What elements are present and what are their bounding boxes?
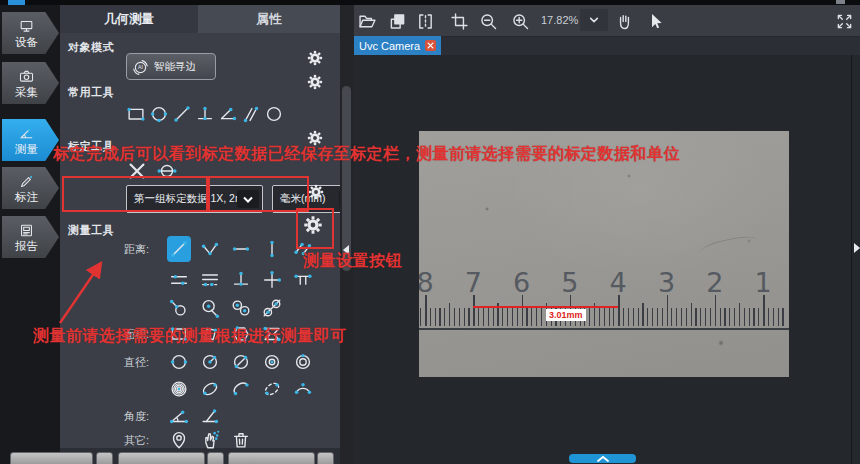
split-view-button[interactable] xyxy=(413,9,437,33)
sidebar-item-label: 设备 xyxy=(15,36,38,48)
layers-icon xyxy=(387,11,408,32)
cross-lines-icon xyxy=(261,269,283,291)
zoom-out-button[interactable] xyxy=(476,9,500,33)
zoom-level-dropdown-button[interactable] xyxy=(580,9,608,31)
tool-perp-foot-button[interactable] xyxy=(229,267,253,293)
tool-angle-button[interactable] xyxy=(218,101,238,127)
ruler-tick xyxy=(729,308,730,326)
ruler-tick xyxy=(478,308,479,326)
ruler-tick xyxy=(691,303,692,326)
tab-properties[interactable]: 属性 xyxy=(198,5,340,33)
tool-concentric-2-button[interactable] xyxy=(260,349,284,375)
measurement-line xyxy=(473,306,618,308)
measure-tool-row xyxy=(124,267,315,293)
ruler-tick xyxy=(526,308,527,326)
open-file-button[interactable] xyxy=(355,9,379,33)
measure-tools-title: 测量工具 xyxy=(68,223,114,238)
ruler-tick xyxy=(773,308,774,326)
bottom-bar-button-3[interactable] xyxy=(118,452,205,464)
bottom-bar-button-4[interactable] xyxy=(207,452,224,464)
calibration-dataset-dropdown[interactable]: 第一组标定数据,1X, 2mm xyxy=(126,185,263,213)
sidebar-item-report[interactable]: 报告 xyxy=(2,216,59,258)
tool-cross-lines-button[interactable] xyxy=(260,267,284,293)
tool-locate-pin-button[interactable] xyxy=(167,427,191,453)
sidebar-item-annotate[interactable]: 标注 xyxy=(2,167,59,209)
tool-h-line-button[interactable] xyxy=(229,236,253,262)
measure-tools-settings-gear-icon[interactable] xyxy=(302,214,324,236)
object-mode-settings-gear-icon[interactable] xyxy=(306,49,324,67)
camera-icon xyxy=(18,68,35,85)
ruler-number: 2 xyxy=(700,267,730,298)
concentric-dot-icon xyxy=(292,351,314,373)
tool-rect-button[interactable] xyxy=(126,101,146,127)
sidebar-item-label: 测量 xyxy=(15,143,38,155)
panel-collapse-handle[interactable] xyxy=(342,86,351,271)
sidebar-item-measure[interactable]: 测量 xyxy=(2,119,59,161)
chevron-down-icon[interactable] xyxy=(237,190,259,208)
two-circles-line-icon xyxy=(261,297,283,319)
ruler-tick xyxy=(512,308,513,326)
close-tab-icon[interactable] xyxy=(425,40,436,51)
layers-button[interactable] xyxy=(385,9,409,33)
ruler-tick xyxy=(459,308,460,326)
report-icon xyxy=(18,222,35,239)
tool-circle-button[interactable] xyxy=(264,101,284,127)
measure-tool-row xyxy=(124,376,315,402)
tool-concentric-dot-button[interactable] xyxy=(291,349,315,375)
sidebar-item-device[interactable]: 设备 xyxy=(2,12,59,54)
ruler-tick xyxy=(425,295,427,326)
tool-trash-button[interactable] xyxy=(229,427,253,453)
ruler-tick xyxy=(493,308,494,326)
tool-arc-button[interactable] xyxy=(291,376,315,402)
tool-ellipse-dashed-button[interactable] xyxy=(260,376,284,402)
tool-circle-diameter-button[interactable] xyxy=(229,349,253,375)
tool-circle-tangent-button[interactable] xyxy=(167,295,191,321)
tool-ellipse-arc-button[interactable] xyxy=(229,376,253,402)
tool-parallel-button[interactable] xyxy=(241,101,261,127)
ruler-tick xyxy=(710,308,711,326)
tool-angle-vertex-button[interactable] xyxy=(198,403,222,429)
crop-button[interactable] xyxy=(447,9,471,33)
zoom-level-value: 17.82% xyxy=(541,14,578,26)
tool-multi-ring-button[interactable] xyxy=(167,376,191,402)
common-tools-settings-gear-icon[interactable] xyxy=(306,73,324,91)
smart-edge-button[interactable]: AI 智能寻边 xyxy=(126,53,216,80)
expand-bottom-panel-button[interactable] xyxy=(569,454,636,463)
sidebar-item-capture[interactable]: 采集 xyxy=(2,62,59,104)
bottom-bar-button-1[interactable] xyxy=(10,452,93,464)
tool-circle-tail-button[interactable] xyxy=(198,295,222,321)
collapse-right-arrow-icon[interactable] xyxy=(854,243,860,253)
tool-angle-3pt-button[interactable] xyxy=(167,403,191,429)
tool-circle-3pt-button[interactable] xyxy=(149,101,169,127)
tool-polyline-button[interactable] xyxy=(198,236,222,262)
tab-geometry-measure[interactable]: 几何测量 xyxy=(60,5,198,33)
camera-image[interactable]: 87654321 3.01mm xyxy=(419,131,789,377)
tool-v-line-button[interactable] xyxy=(260,236,284,262)
tool-circle-d-button[interactable] xyxy=(167,349,191,375)
tool-two-circles-button[interactable] xyxy=(229,295,253,321)
ruler-tick xyxy=(633,308,634,326)
uvc-camera-tab[interactable]: Uvc Camera xyxy=(354,36,441,55)
tool-hand-pick-button[interactable] xyxy=(198,427,222,453)
bottom-bar-button-2[interactable] xyxy=(96,452,113,464)
tool-ellipse-button[interactable] xyxy=(198,376,222,402)
uvc-camera-tab-label: Uvc Camera xyxy=(359,40,420,52)
fullscreen-icon xyxy=(834,11,855,32)
zoom-in-button[interactable] xyxy=(508,9,532,33)
bottom-bar-button-6[interactable] xyxy=(317,452,334,464)
bottom-bar-button-5[interactable] xyxy=(228,452,315,464)
fullscreen-button[interactable] xyxy=(832,9,856,33)
tool-line-button[interactable] xyxy=(167,236,191,262)
pan-hand-button[interactable] xyxy=(612,9,636,33)
tool-stack-lines-button[interactable] xyxy=(198,267,222,293)
angle-icon xyxy=(217,103,239,125)
tool-gap-lines-button[interactable] xyxy=(167,267,191,293)
split-view-icon xyxy=(415,11,436,32)
tool-two-circles-line-button[interactable] xyxy=(260,295,284,321)
tool-circle-radius-button[interactable] xyxy=(198,349,222,375)
cursor-button[interactable] xyxy=(643,9,667,33)
annotation-settings-button-label: 测量设置按钮 xyxy=(303,251,402,272)
unit-settings-gear-icon[interactable] xyxy=(307,183,325,201)
tool-line-button[interactable] xyxy=(172,101,192,127)
tool-perpendicular-button[interactable] xyxy=(195,101,215,127)
